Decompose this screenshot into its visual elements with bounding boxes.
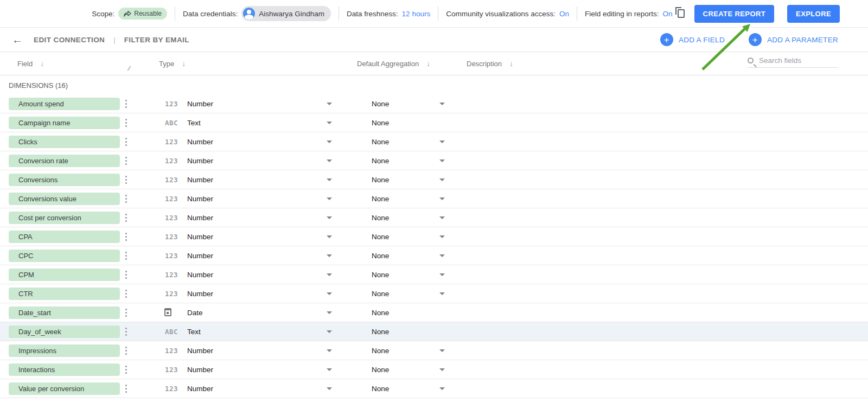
type-dropdown-icon[interactable] xyxy=(327,159,332,162)
sort-descending-icon[interactable]: ↓ xyxy=(182,59,186,68)
aggregation-dropdown-icon[interactable] xyxy=(439,178,445,181)
column-header-field[interactable]: Field ↓ xyxy=(17,59,44,68)
more-options-icon[interactable] xyxy=(124,99,128,109)
aggregation-dropdown-icon[interactable] xyxy=(439,254,445,257)
aggregation-dropdown-icon[interactable] xyxy=(439,197,445,200)
more-options-icon[interactable] xyxy=(124,194,128,204)
explore-button[interactable]: EXPLORE xyxy=(787,5,840,23)
type-dropdown-icon[interactable] xyxy=(327,330,332,333)
field-pill[interactable]: Interactions xyxy=(9,363,120,376)
credentials-label: Data credentials: xyxy=(183,10,238,18)
field-name: Cost per conversion xyxy=(18,214,81,222)
field-pill[interactable]: Impressions xyxy=(9,344,120,357)
aggregation-dropdown-icon[interactable] xyxy=(439,273,445,276)
column-label: Type xyxy=(159,60,174,68)
field-row: Impressions 123 Number None xyxy=(0,341,868,360)
type-dropdown-icon[interactable] xyxy=(327,311,332,314)
text-type-icon: ABC xyxy=(163,328,180,336)
type-dropdown-icon[interactable] xyxy=(327,141,332,143)
freshness-setting: Data freshness: 12 hours xyxy=(347,10,430,18)
credentials-setting: Data credentials: Aishwarya Gindham xyxy=(183,6,331,21)
column-header-description[interactable]: Description ↓ xyxy=(467,59,513,68)
field-pill[interactable]: Conversions xyxy=(9,174,120,186)
more-options-icon[interactable] xyxy=(124,308,128,318)
add-parameter-button[interactable]: + ADD A PARAMETER xyxy=(749,33,838,46)
aggregation-dropdown-icon[interactable] xyxy=(439,349,445,352)
community-viz-value-link[interactable]: On xyxy=(559,10,569,18)
aggregation-dropdown-icon[interactable] xyxy=(439,159,445,162)
credentials-pill[interactable]: Aishwarya Gindham xyxy=(241,6,331,21)
field-pill[interactable]: Clicks xyxy=(9,136,120,148)
column-header-default-aggregation[interactable]: Default Aggregation ↓ xyxy=(357,59,430,68)
field-pill[interactable]: Campaign name xyxy=(9,117,120,129)
type-dropdown-icon[interactable] xyxy=(327,178,332,181)
field-pill[interactable]: Date_start xyxy=(9,307,120,319)
back-arrow-icon[interactable]: ← xyxy=(12,34,23,45)
field-name: Conversions value xyxy=(18,195,76,203)
type-dropdown-icon[interactable] xyxy=(327,103,332,105)
more-options-icon[interactable] xyxy=(124,175,128,185)
more-options-icon[interactable] xyxy=(124,137,128,147)
more-options-icon[interactable] xyxy=(124,118,128,128)
column-resize-handle[interactable]: // xyxy=(127,65,130,72)
field-pill[interactable]: Day_of_week xyxy=(9,326,120,338)
aggregation-dropdown-icon[interactable] xyxy=(439,368,445,371)
type-dropdown-icon[interactable] xyxy=(327,254,332,257)
aggregation-dropdown-icon[interactable] xyxy=(439,292,445,295)
column-header-type[interactable]: Type ↓ xyxy=(159,59,186,68)
aggregation-dropdown-icon[interactable] xyxy=(439,235,445,238)
type-dropdown-icon[interactable] xyxy=(327,368,332,371)
field-pill[interactable]: CPC xyxy=(9,250,120,262)
more-options-icon[interactable] xyxy=(124,365,128,375)
more-options-icon[interactable] xyxy=(124,156,128,166)
more-options-icon[interactable] xyxy=(124,251,128,261)
type-dropdown-icon[interactable] xyxy=(327,216,332,219)
field-row: Clicks 123 Number None xyxy=(0,132,868,151)
freshness-value-link[interactable]: 12 hours xyxy=(402,10,431,18)
more-options-icon[interactable] xyxy=(124,289,128,299)
scope-pill[interactable]: Reusable xyxy=(118,8,167,20)
sort-descending-icon[interactable]: ↓ xyxy=(509,59,513,68)
sort-descending-icon[interactable]: ↓ xyxy=(426,59,430,68)
aggregation-dropdown-icon[interactable] xyxy=(439,103,445,105)
create-report-button[interactable]: CREATE REPORT xyxy=(694,5,774,23)
edit-connection-link[interactable]: EDIT CONNECTION xyxy=(34,36,105,44)
type-dropdown-icon[interactable] xyxy=(327,197,332,200)
type-dropdown-icon[interactable] xyxy=(327,349,332,352)
search-icon xyxy=(748,58,754,63)
aggregation-dropdown-icon[interactable] xyxy=(439,141,445,143)
field-editing-value-link[interactable]: On xyxy=(663,10,673,18)
field-row: Conversion rate 123 Number None xyxy=(0,151,868,170)
more-options-icon[interactable] xyxy=(124,384,128,394)
field-pill[interactable]: Conversions value xyxy=(9,193,120,205)
search-fields-input[interactable] xyxy=(759,56,827,65)
field-pill[interactable]: Conversion rate xyxy=(9,155,120,167)
add-field-button[interactable]: + ADD A FIELD xyxy=(660,33,725,46)
type-dropdown-icon[interactable] xyxy=(327,273,332,276)
field-pill[interactable]: CTR xyxy=(9,288,120,300)
field-pill[interactable]: CPA xyxy=(9,231,120,243)
field-pill[interactable]: Cost per conversion xyxy=(9,212,120,224)
aggregation-dropdown-icon[interactable] xyxy=(439,216,445,219)
aggregation-dropdown-icon[interactable] xyxy=(439,387,445,390)
more-options-icon[interactable] xyxy=(124,346,128,356)
add-field-label: ADD A FIELD xyxy=(679,36,725,44)
type-dropdown-icon[interactable] xyxy=(327,292,332,295)
field-pill[interactable]: Value per conversion xyxy=(9,382,120,395)
type-dropdown-icon[interactable] xyxy=(327,235,332,238)
sort-descending-icon[interactable]: ↓ xyxy=(40,59,44,68)
filter-by-email-link[interactable]: FILTER BY EMAIL xyxy=(124,36,189,44)
type-dropdown-icon[interactable] xyxy=(327,122,332,124)
more-options-icon[interactable] xyxy=(124,270,128,280)
field-pill[interactable]: Amount spend xyxy=(9,98,120,110)
copy-icon[interactable] xyxy=(678,9,685,18)
more-options-icon[interactable] xyxy=(124,232,128,242)
more-options-icon[interactable] xyxy=(124,327,128,337)
community-viz-setting: Community visualizations access: On xyxy=(446,10,569,18)
aggregation-label: None xyxy=(372,100,389,108)
more-options-icon[interactable] xyxy=(124,213,128,223)
field-pill[interactable]: CPM xyxy=(9,269,120,281)
type-dropdown-icon[interactable] xyxy=(327,387,332,390)
scope-setting: Scope: Reusable xyxy=(92,8,167,20)
field-row: Date_start Date None xyxy=(0,303,868,322)
